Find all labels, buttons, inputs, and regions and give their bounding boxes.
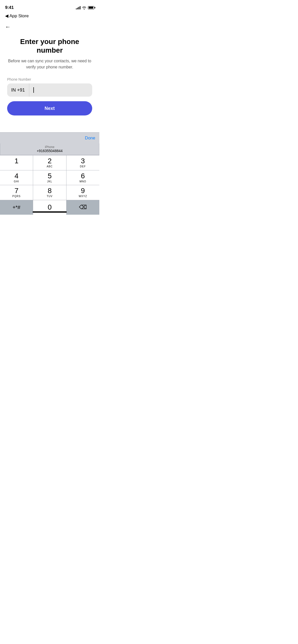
suggestion-device-name: iPhone [37, 145, 63, 149]
back-button-area[interactable]: ← [0, 21, 99, 32]
keyboard-row-1: 1 2 ABC 3 DEF [0, 155, 99, 170]
key-3[interactable]: 3 DEF [66, 155, 99, 170]
page-subtitle: Before we can sync your contacts, we nee… [7, 58, 92, 70]
home-indicator [33, 211, 67, 213]
app-store-label: App Store [9, 13, 29, 19]
key-6[interactable]: 6 MNO [66, 170, 99, 185]
phone-input-area[interactable] [29, 83, 38, 97]
back-chevron-icon: ◀ [5, 13, 8, 19]
suggestion-phone-number: +916355048844 [37, 149, 63, 153]
country-selector[interactable]: IN +91 [7, 83, 29, 97]
keyboard-row-2: 4 GHI 5 JKL 6 MNO [0, 170, 99, 185]
battery-icon [88, 6, 94, 9]
keyboard-row-3: 7 PQRS 8 TUV 9 WXYZ [0, 185, 99, 200]
status-icons [76, 6, 94, 9]
key-8[interactable]: 8 TUV [33, 185, 66, 200]
app-store-nav: ◀ App Store [0, 13, 99, 21]
main-content: Enter your phone number Before we can sy… [0, 32, 99, 115]
delete-icon: ⌫ [79, 204, 87, 211]
cursor-indicator [33, 87, 34, 93]
page-title: Enter your phone number [7, 37, 92, 54]
phone-field-label: Phone Number [7, 77, 92, 81]
key-symbols[interactable]: +*# [0, 200, 33, 215]
done-button[interactable]: Done [85, 136, 95, 141]
wifi-icon [82, 6, 86, 9]
key-2[interactable]: 2 ABC [33, 155, 66, 170]
keyboard-rows: 1 2 ABC 3 DEF 4 GHI 5 JKL 6 [0, 155, 99, 215]
key-4[interactable]: 4 GHI [0, 170, 33, 185]
status-time: 9:41 [5, 5, 14, 10]
key-delete[interactable]: ⌫ [66, 200, 99, 215]
key-7[interactable]: 7 PQRS [0, 185, 33, 200]
phone-input-container[interactable]: IN +91 [7, 83, 92, 97]
signal-icon [76, 6, 80, 9]
keyboard-toolbar: Done [0, 132, 99, 143]
keyboard-suggestion-row[interactable]: iPhone +916355048844 [0, 143, 99, 155]
back-arrow-icon[interactable]: ← [5, 24, 11, 30]
key-1[interactable]: 1 [0, 155, 33, 170]
key-9[interactable]: 9 WXYZ [66, 185, 99, 200]
key-5[interactable]: 5 JKL [33, 170, 66, 185]
next-button[interactable]: Next [7, 101, 92, 115]
status-bar: 9:41 [0, 0, 99, 13]
keyboard: iPhone +916355048844 1 2 ABC 3 DEF 4 G [0, 143, 99, 215]
keyboard-suggestion[interactable]: iPhone +916355048844 [37, 145, 63, 153]
country-code: IN +91 [11, 87, 25, 93]
